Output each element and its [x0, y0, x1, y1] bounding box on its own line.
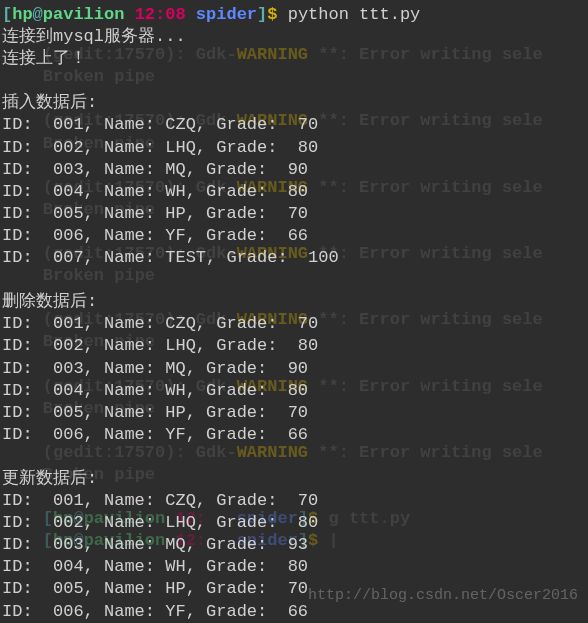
watermark-text: http://blog.csdn.net/Oscer2016	[308, 586, 578, 606]
table-row: ID: 004, Name: WH, Grade: 80	[2, 556, 586, 578]
prompt-time: 12:08	[135, 5, 186, 24]
table-row: ID: 002, Name: LHQ, Grade: 80	[2, 512, 586, 534]
bracket-close: ]	[257, 5, 267, 24]
table-row: ID: 001, Name: CZQ, Grade: 70	[2, 490, 586, 512]
prompt-user: hp	[12, 5, 32, 24]
prompt-at: @	[33, 5, 43, 24]
prompt-dir: spider	[196, 5, 257, 24]
prompt-host: pavilion	[43, 5, 125, 24]
table-row: ID: 007, Name: TEST, Grade: 100	[2, 247, 586, 269]
bracket-open: [	[2, 5, 12, 24]
table-row: ID: 002, Name: LHQ, Grade: 80	[2, 335, 586, 357]
table-row: ID: 006, Name: YF, Grade: 66	[2, 225, 586, 247]
blank-line	[2, 70, 586, 92]
table-row: ID: 005, Name: HP, Grade: 70	[2, 402, 586, 424]
terminal-window[interactable]: [hp@pavilion 12:08 spider]$ python ttt.p…	[0, 0, 588, 623]
blank-line	[2, 269, 586, 291]
table-row: ID: 004, Name: WH, Grade: 80	[2, 380, 586, 402]
table-row: ID: 003, Name: MQ, Grade: 93	[2, 534, 586, 556]
section-insert: 插入数据后:	[2, 92, 586, 114]
table-row: ID: 001, Name: CZQ, Grade: 70	[2, 114, 586, 136]
table-row: ID: 001, Name: CZQ, Grade: 70	[2, 313, 586, 335]
table-row: ID: 002, Name: LHQ, Grade: 80	[2, 137, 586, 159]
table-row: ID: 006, Name: YF, Grade: 66	[2, 424, 586, 446]
blank-line	[2, 446, 586, 468]
prompt-line: [hp@pavilion 12:08 spider]$ python ttt.p…	[2, 4, 586, 26]
output-connecting: 连接到mysql服务器...	[2, 26, 586, 48]
section-delete: 删除数据后:	[2, 291, 586, 313]
table-row: ID: 003, Name: MQ, Grade: 90	[2, 358, 586, 380]
output-connected: 连接上了！	[2, 48, 586, 70]
table-row: ID: 003, Name: MQ, Grade: 90	[2, 159, 586, 181]
table-row: ID: 005, Name: HP, Grade: 70	[2, 203, 586, 225]
table-row: ID: 004, Name: WH, Grade: 80	[2, 181, 586, 203]
section-update: 更新数据后:	[2, 468, 586, 490]
command-text: python ttt.py	[277, 5, 420, 24]
prompt-dollar: $	[267, 5, 277, 24]
